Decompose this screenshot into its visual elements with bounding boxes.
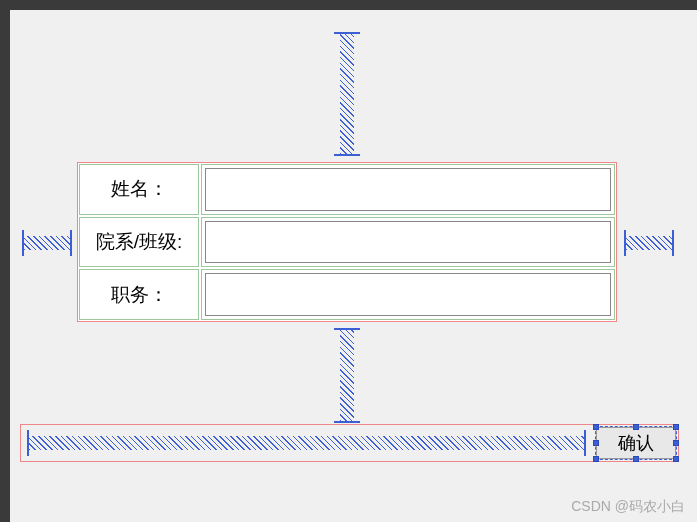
spacer-button-left[interactable] [27, 436, 586, 450]
form-layout[interactable]: 姓名： 院系/班级: 职务： [77, 162, 617, 322]
spacer-left[interactable] [22, 236, 72, 250]
ok-button-label: 确认 [618, 433, 654, 453]
label-name: 姓名： [79, 164, 199, 215]
resize-handle[interactable] [673, 424, 679, 430]
input-cell-position [201, 269, 615, 320]
spacer-top[interactable] [340, 32, 354, 156]
resize-handle[interactable] [593, 424, 599, 430]
resize-handle[interactable] [593, 456, 599, 462]
ok-button[interactable]: 确认 [596, 427, 676, 459]
button-row[interactable]: 确认 [20, 424, 679, 462]
dept-class-field[interactable] [205, 221, 611, 264]
name-field[interactable] [205, 168, 611, 211]
watermark: CSDN @码农小白 [571, 498, 685, 516]
position-field[interactable] [205, 273, 611, 316]
resize-handle[interactable] [673, 456, 679, 462]
resize-handle[interactable] [633, 456, 639, 462]
spacer-right[interactable] [624, 236, 674, 250]
resize-handle[interactable] [673, 440, 679, 446]
resize-handle[interactable] [593, 440, 599, 446]
designer-canvas[interactable]: 姓名： 院系/班级: 职务： 确认 CSDN @码农小白 [10, 10, 697, 522]
label-dept-class: 院系/班级: [79, 217, 199, 268]
label-position: 职务： [79, 269, 199, 320]
input-cell-name [201, 164, 615, 215]
spacer-bottom[interactable] [340, 328, 354, 423]
input-cell-dept [201, 217, 615, 268]
resize-handle[interactable] [633, 424, 639, 430]
